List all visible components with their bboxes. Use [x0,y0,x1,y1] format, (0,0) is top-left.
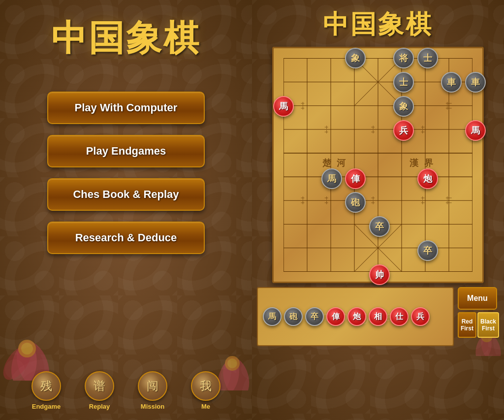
svg-point-8 [227,358,237,368]
piece-bing-red[interactable]: 兵 [393,120,414,141]
red-first-button[interactable]: RedFirst [458,312,476,338]
captured-bing[interactable]: 兵 [411,307,430,326]
nav-mission[interactable]: 闯 Mission [138,371,167,410]
mission-label: Mission [141,403,164,410]
play-computer-button[interactable]: Play With Computer [47,92,205,124]
captured-xiang[interactable]: 相 [369,307,387,326]
left-panel: 中国象棋 Play With Computer Play Endgames Ch… [0,0,252,420]
chess-book-button[interactable]: Ches Book & Replay [47,178,205,211]
piece-ju-red[interactable]: 俥 [345,168,366,189]
research-deduce-button[interactable]: Research & Deduce [47,222,205,254]
piece-ma-red-0[interactable]: 馬 [273,96,294,117]
piece-ju-dark-0[interactable]: 車 [441,72,462,93]
piece-ma-dark[interactable]: 馬 [321,168,342,189]
piece-jiang-dark[interactable]: 将 [393,48,414,68]
piece-zu-dark-1[interactable]: 卒 [417,240,438,261]
nav-endgame[interactable]: 残 Endgame [32,371,61,410]
captured-shi[interactable]: 仕 [390,307,409,326]
captured-ju[interactable]: 俥 [326,307,345,326]
nav-replay[interactable]: 谱 Replay [85,371,114,410]
me-circle: 我 [191,371,220,401]
piece-zu-dark-0[interactable]: 卒 [369,216,390,237]
board-container: 楚 河 漢 界 [272,47,484,283]
right-panel: 中国象棋 [252,0,504,420]
side-buttons: Menu RedFirst BlackFirst [458,287,499,346]
piece-shuai-red[interactable]: 帅 [369,264,390,285]
chess-board[interactable]: 楚 河 漢 界 [272,47,484,283]
mission-circle: 闯 [138,371,167,401]
menu-buttons: Play With Computer Play Endgames Ches Bo… [47,92,205,254]
replay-label: Replay [89,403,110,410]
svg-point-4 [21,343,33,355]
endgame-circle: 残 [32,371,61,401]
nav-me[interactable]: 我 Me [191,371,220,410]
captured-pao2[interactable]: 炮 [347,307,366,326]
piece-pao-red[interactable]: 炮 [417,168,438,189]
piece-pao-dark[interactable]: 砲 [345,192,366,213]
piece-ma-red-1[interactable]: 馬 [465,120,486,141]
first-player-options: RedFirst BlackFirst [458,312,499,338]
captured-pieces: Temporary Date 馬 砲 卒 俥 炮 相 仕 兵 [257,287,454,346]
svg-text:漢: 漢 [410,158,419,168]
play-endgames-button[interactable]: Play Endgames [47,135,205,167]
replay-circle: 谱 [85,371,114,401]
piece-xiang-dark-1[interactable]: 象 [393,96,414,117]
menu-button[interactable]: Menu [458,287,497,310]
piece-ju-dark-1[interactable]: 車 [465,72,486,93]
right-title: 中国象棋 [323,7,433,42]
left-title: 中国象棋 [51,15,201,62]
endgame-label: Endgame [32,403,61,410]
black-first-button[interactable]: BlackFirst [477,312,499,338]
bottom-nav: 残 Endgame 谱 Replay 闯 Mission 我 Me [0,371,252,410]
me-label: Me [201,403,210,410]
svg-text:界: 界 [424,158,434,168]
piece-xiang-dark-0[interactable]: 象 [345,48,366,68]
svg-text:河: 河 [337,158,346,168]
captured-ma[interactable]: 馬 [263,307,282,326]
piece-shi-dark-1[interactable]: 士 [393,72,414,93]
captured-pao[interactable]: 砲 [284,307,303,326]
captured-zu[interactable]: 卒 [305,307,324,326]
piece-shi-dark-0[interactable]: 士 [417,48,438,68]
svg-text:楚: 楚 [322,158,332,168]
board-grid: 楚 河 漢 界 [284,58,472,272]
bottom-section: Temporary Date 馬 砲 卒 俥 炮 相 仕 兵 Menu RedF… [252,287,504,346]
